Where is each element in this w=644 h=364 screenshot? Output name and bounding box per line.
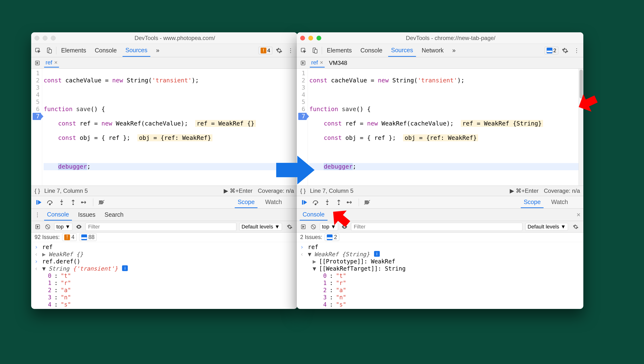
issues-info-pill: ▬88 bbox=[79, 234, 97, 241]
info-icon[interactable]: i bbox=[374, 251, 380, 257]
console-output-row[interactable]: ‹▼ String {'transient'}i bbox=[31, 265, 297, 272]
file-tab-ref[interactable]: ref × bbox=[310, 58, 325, 68]
svg-rect-2 bbox=[49, 49, 52, 53]
inline-hint: ref = WeakRef {String} bbox=[461, 120, 543, 127]
eye-icon[interactable] bbox=[75, 222, 83, 232]
context-dropdown[interactable]: top ▼ bbox=[54, 223, 72, 230]
scope-tab[interactable]: Scope bbox=[235, 196, 258, 208]
code-editor[interactable]: 123456 7 const cacheValue = new String('… bbox=[297, 69, 583, 186]
console-subhead-row[interactable]: ▶ [[Prototype]]: WeakRef bbox=[297, 258, 583, 265]
drawer-tab-console[interactable]: Console bbox=[300, 209, 328, 220]
watch-tab[interactable]: Watch bbox=[548, 196, 571, 208]
issues-badge[interactable]: ! 4 bbox=[259, 47, 272, 54]
close-icon[interactable]: × bbox=[577, 211, 580, 219]
minimize-dot[interactable] bbox=[43, 36, 48, 40]
device-icon[interactable] bbox=[310, 46, 320, 55]
code-body[interactable]: const cacheValue = new String('transient… bbox=[308, 69, 583, 186]
zoom-dot[interactable] bbox=[316, 36, 321, 40]
run-icon[interactable]: ▶ ⌘+Enter bbox=[224, 188, 253, 194]
tab-console[interactable]: Console bbox=[92, 44, 120, 56]
inspect-icon[interactable] bbox=[299, 46, 308, 55]
tab-sources[interactable]: Sources bbox=[388, 44, 416, 57]
clear-icon[interactable] bbox=[44, 222, 51, 232]
close-icon[interactable]: × bbox=[320, 59, 323, 66]
tabs-overflow[interactable]: » bbox=[449, 44, 459, 56]
step-out-icon[interactable] bbox=[69, 198, 78, 207]
tabs-overflow[interactable]: » bbox=[153, 44, 162, 56]
file-tab-ref[interactable]: ref × bbox=[44, 58, 59, 68]
tab-elements[interactable]: Elements bbox=[58, 44, 89, 56]
filter-input[interactable] bbox=[351, 223, 522, 231]
chevron-down-icon: ▼ bbox=[65, 224, 71, 230]
console-subhead-row[interactable]: ▼ [[WeakRefTarget]]: String bbox=[297, 265, 583, 272]
file-tab-label: ref bbox=[46, 59, 52, 66]
console-output-row[interactable]: ‹▼ WeakRef {String}i bbox=[297, 251, 583, 258]
step-over-icon[interactable] bbox=[311, 198, 320, 207]
issues-badge[interactable]: ▬ 2 bbox=[544, 47, 558, 54]
deactivate-breakpoints-icon[interactable] bbox=[97, 198, 106, 207]
tab-console[interactable]: Console bbox=[357, 44, 385, 56]
step-out-icon[interactable] bbox=[334, 198, 343, 207]
resume-icon[interactable] bbox=[34, 198, 43, 207]
console-output[interactable]: ›ref ‹▶ WeakRef {} ›ref.deref() ‹▼ Strin… bbox=[31, 242, 297, 309]
info-icon[interactable]: i bbox=[122, 265, 128, 271]
step-into-icon[interactable] bbox=[323, 198, 332, 207]
run-icon[interactable] bbox=[34, 222, 41, 232]
drawer-tab-console[interactable]: Console bbox=[44, 209, 72, 220]
braces-icon[interactable]: { } bbox=[300, 188, 306, 194]
tab-sources[interactable]: Sources bbox=[123, 44, 150, 57]
resume-icon[interactable] bbox=[300, 198, 309, 207]
run-icon[interactable] bbox=[300, 222, 307, 232]
deactivate-breakpoints-icon[interactable] bbox=[363, 198, 372, 207]
step-icon[interactable] bbox=[80, 198, 89, 207]
step-into-icon[interactable] bbox=[57, 198, 66, 207]
console-output[interactable]: ›ref ‹▼ WeakRef {String}i ▶ [[Prototype]… bbox=[297, 242, 583, 309]
run-snippet-icon[interactable] bbox=[34, 58, 41, 68]
gear-icon[interactable] bbox=[560, 46, 570, 55]
watch-tab[interactable]: Watch bbox=[262, 196, 285, 208]
close-dot[interactable] bbox=[35, 36, 39, 40]
issues-summary[interactable]: 92 Issues: !4 ▬88 bbox=[31, 232, 297, 242]
info-icon: ▬ bbox=[547, 48, 552, 54]
gear-icon[interactable] bbox=[285, 222, 294, 232]
scope-tab[interactable]: Scope bbox=[521, 196, 544, 208]
drawer-tab-bar: ⋮ Console Issues Search bbox=[31, 208, 297, 221]
scrollbar[interactable] bbox=[578, 69, 583, 186]
inspect-icon[interactable] bbox=[33, 46, 43, 55]
inline-hint: obj = {ref: WeakRef} bbox=[403, 134, 478, 141]
console-output-row[interactable]: ‹▶ WeakRef {} bbox=[31, 251, 297, 258]
step-over-icon[interactable] bbox=[46, 198, 55, 207]
code-editor[interactable]: 123456 7 const cacheValue = new String('… bbox=[31, 69, 297, 186]
filter-input[interactable] bbox=[85, 223, 237, 231]
svg-point-19 bbox=[347, 202, 348, 203]
run-icon[interactable]: ▶ ⌘+Enter bbox=[510, 188, 539, 194]
code-body[interactable]: const cacheValue = new String('transient… bbox=[42, 69, 297, 186]
levels-dropdown[interactable]: Default levels ▼ bbox=[239, 223, 282, 230]
kebab-icon[interactable]: ⋮ bbox=[572, 46, 581, 55]
device-icon[interactable] bbox=[45, 46, 54, 55]
kebab-icon[interactable]: ⋮ bbox=[34, 210, 41, 220]
context-dropdown[interactable]: top ▼ bbox=[320, 223, 338, 230]
gear-icon[interactable] bbox=[274, 46, 284, 55]
gear-icon[interactable] bbox=[571, 222, 580, 232]
scrollbar-thumb[interactable] bbox=[579, 70, 583, 98]
tab-network[interactable]: Network bbox=[419, 44, 447, 56]
drawer-tab-search[interactable]: Search bbox=[102, 209, 126, 220]
braces-icon[interactable]: { } bbox=[35, 188, 40, 194]
console-prop-row: 3: "n" bbox=[31, 294, 297, 301]
minimize-dot[interactable] bbox=[308, 36, 313, 40]
close-icon[interactable]: × bbox=[54, 59, 58, 66]
issues-summary[interactable]: 2 Issues: ▬2 bbox=[297, 232, 583, 242]
divider bbox=[93, 198, 93, 206]
close-dot[interactable] bbox=[300, 36, 305, 40]
levels-dropdown[interactable]: Default levels ▼ bbox=[525, 223, 568, 230]
step-icon[interactable] bbox=[346, 198, 355, 207]
kebab-icon[interactable]: ⋮ bbox=[286, 46, 295, 55]
run-snippet-icon[interactable] bbox=[299, 58, 307, 68]
tab-elements[interactable]: Elements bbox=[324, 44, 355, 56]
drawer-tab-issues[interactable]: Issues bbox=[75, 209, 98, 220]
file-tab-vm[interactable]: VM348 bbox=[328, 59, 349, 67]
file-tab-label: VM348 bbox=[329, 60, 347, 66]
zoom-dot[interactable] bbox=[51, 36, 56, 40]
clear-icon[interactable] bbox=[310, 222, 317, 232]
